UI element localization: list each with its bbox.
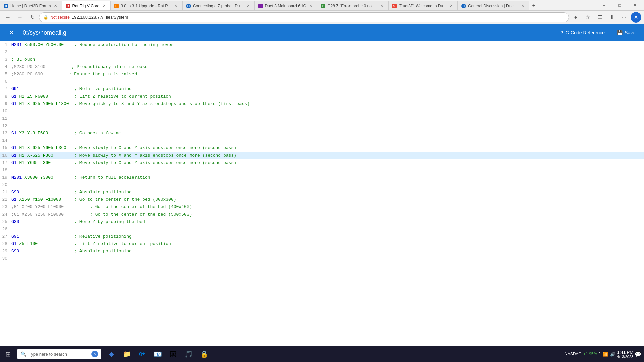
chevron-up-icon[interactable]: ˄ bbox=[598, 352, 601, 357]
line-number: 9 bbox=[0, 101, 10, 106]
start-button[interactable]: ⊞ bbox=[0, 346, 16, 362]
tab5-close[interactable]: ✕ bbox=[308, 3, 313, 9]
line-number: 13 bbox=[0, 131, 10, 136]
line-number: 10 bbox=[0, 109, 10, 114]
search-placeholder: Type here to search bbox=[29, 352, 67, 357]
tab-gmail-duet[interactable]: M [Duet3D] Welcome to Du... ✕ bbox=[388, 1, 458, 10]
code-line: 16G1 H1 X-625 F360 ; Move slowly to X an… bbox=[0, 152, 644, 159]
line-number: 12 bbox=[0, 123, 10, 128]
line-content bbox=[10, 168, 644, 173]
tab-g28-error[interactable]: G G28 Z "Error: probe 0 not ... ✕ bbox=[317, 1, 388, 10]
taskbar-media-button[interactable]: 🎵 bbox=[181, 347, 196, 361]
reload-button[interactable]: ↻ bbox=[27, 12, 38, 23]
volume-icon[interactable]: 🔊 bbox=[610, 352, 615, 357]
sidebar-toggle-button[interactable]: ✕ bbox=[5, 26, 17, 39]
line-number: 28 bbox=[0, 241, 10, 246]
line-content: G1 X150 Y150 F10000 ; Go to the center o… bbox=[10, 197, 644, 202]
gcode-reference-button[interactable]: ? G-Code Reference bbox=[557, 28, 608, 37]
code-line: 19M201 X3000 Y3000 ; Return to full acce… bbox=[0, 174, 644, 181]
downloads-button[interactable]: ⬇ bbox=[606, 12, 617, 23]
line-number: 25 bbox=[0, 219, 10, 224]
line-content: ;G1 X250 Y250 F10000 ; Go to the center … bbox=[10, 212, 644, 217]
taskbar-clock[interactable]: 1:41 PM 4/13/2023 bbox=[617, 350, 633, 359]
line-content: G91 ; Relative positioning bbox=[10, 86, 644, 92]
header-actions: ? G-Code Reference 💾 Save bbox=[557, 28, 639, 37]
forward-button[interactable]: → bbox=[15, 12, 25, 23]
line-number: 6 bbox=[0, 79, 10, 84]
minimize-button[interactable]: − bbox=[596, 0, 612, 11]
extensions-button[interactable]: ● bbox=[570, 12, 581, 23]
collections-button[interactable]: ☰ bbox=[594, 12, 605, 23]
line-content: G30 ; Home Z by probing the bed bbox=[10, 219, 644, 224]
browser-frame: D Home | Duet3D Forum ✕ R Rat Rig V Core… bbox=[0, 0, 644, 362]
line-content: M201 X500.00 Y500.00 ; Reduce accelerati… bbox=[10, 42, 644, 47]
code-editor[interactable]: 1M201 X500.00 Y500.00 ; Reduce accelerat… bbox=[0, 41, 644, 346]
code-line: 23;G1 X200 Y200 F10000 ; Go to the cente… bbox=[0, 203, 644, 210]
tab1-close[interactable]: ✕ bbox=[53, 3, 58, 9]
windows-icon: ⊞ bbox=[5, 350, 11, 358]
maximize-button[interactable]: □ bbox=[612, 0, 627, 11]
profile-button[interactable]: A bbox=[631, 12, 641, 23]
nav-right-buttons: ● ☆ ☰ ⬇ ⋯ A bbox=[570, 12, 641, 23]
tab6-close[interactable]: ✕ bbox=[379, 3, 385, 9]
line-content bbox=[10, 50, 644, 55]
title-bar: D Home | Duet3D Forum ✕ R Rat Rig V Core… bbox=[0, 0, 644, 11]
tab-home-duet[interactable]: D Home | Duet3D Forum ✕ bbox=[0, 1, 62, 10]
close-button[interactable]: ✕ bbox=[627, 0, 643, 11]
cortana-icon: b bbox=[91, 351, 98, 357]
new-tab-button[interactable]: + bbox=[529, 1, 538, 10]
taskbar-mail-button[interactable]: 📧 bbox=[150, 347, 165, 361]
line-content bbox=[10, 138, 644, 143]
code-line: 17G1 H1 Y605 F360 ; Move slowly to X and… bbox=[0, 159, 644, 166]
code-line: 24;G1 X250 Y250 F10000 ; Go to the cente… bbox=[0, 210, 644, 218]
tab-connecting-probe[interactable]: D Connecting a Z probe | Du... ✕ bbox=[182, 1, 255, 10]
line-content: ;G1 X200 Y200 F10000 ; Go to the center … bbox=[10, 204, 644, 209]
line-number: 2 bbox=[0, 50, 10, 55]
taskbar-store-button[interactable]: 🛍 bbox=[135, 347, 150, 361]
taskbar-photos-button[interactable]: 🖼 bbox=[166, 347, 180, 361]
tab5-label: Duet 3 Mainboard 6HC bbox=[265, 4, 306, 8]
notification-button[interactable]: 💬 bbox=[635, 351, 641, 357]
network-icon[interactable]: 📶 bbox=[603, 352, 608, 357]
taskbar-explorer-button[interactable]: 📁 bbox=[119, 347, 134, 361]
tab-general-discussion[interactable]: D General Discussion | Duet... ✕ bbox=[458, 1, 529, 10]
tab7-close[interactable]: ✕ bbox=[448, 3, 454, 9]
tab4-favicon: D bbox=[186, 4, 191, 8]
tab-duet-mainboard[interactable]: D Duet 3 Mainboard 6HC ✕ bbox=[255, 1, 317, 10]
window-controls: − □ ✕ bbox=[595, 0, 644, 10]
tab8-label: General Discussion | Duet... bbox=[468, 4, 518, 8]
tab2-close[interactable]: ✕ bbox=[101, 3, 107, 9]
line-number: 3 bbox=[0, 57, 10, 62]
line-number: 11 bbox=[0, 116, 10, 121]
line-number: 30 bbox=[0, 256, 10, 261]
line-content: ;M280 P0 S90 ; Ensure the pin is raised bbox=[10, 72, 644, 77]
tab1-favicon: D bbox=[4, 4, 8, 8]
taskbar-search-box[interactable]: 🔍 Type here to search b bbox=[17, 349, 101, 359]
tab-rat-rig[interactable]: R Rat Rig V Core ✕ bbox=[62, 1, 111, 10]
line-number: 7 bbox=[0, 86, 10, 92]
line-content bbox=[10, 227, 644, 232]
back-button[interactable]: ← bbox=[3, 12, 13, 23]
line-number: 23 bbox=[0, 204, 10, 209]
tab2-label: Rat Rig V Core bbox=[72, 4, 100, 8]
tab4-label: Connecting a Z probe | Du... bbox=[193, 4, 244, 8]
tab8-close[interactable]: ✕ bbox=[520, 3, 525, 9]
line-number: 24 bbox=[0, 212, 10, 217]
tab7-label: [Duet3D] Welcome to Du... bbox=[399, 4, 447, 8]
address-bar[interactable]: 🔒 Not secure 192.168.128.77/Files/System bbox=[39, 12, 569, 22]
code-line: 6 bbox=[0, 78, 644, 85]
taskbar-edge-button[interactable]: ◆ bbox=[104, 347, 119, 361]
taskbar-security-button[interactable]: 🔒 bbox=[197, 347, 211, 361]
tab4-close[interactable]: ✕ bbox=[246, 3, 251, 9]
line-content: G1 H2 Z5 F6000 ; Lift Z relative to curr… bbox=[10, 94, 644, 99]
line-content bbox=[10, 109, 644, 114]
tab3-close[interactable]: ✕ bbox=[173, 3, 179, 9]
more-button[interactable]: ⋯ bbox=[619, 12, 629, 23]
line-number: 29 bbox=[0, 249, 10, 254]
nasdaq-label: NASDAQ bbox=[565, 352, 582, 356]
code-line: 8G1 H2 Z5 F6000 ; Lift Z relative to cur… bbox=[0, 93, 644, 100]
nav-bar: ← → ↻ 🔒 Not secure 192.168.128.77/Files/… bbox=[0, 11, 644, 24]
favorites-button[interactable]: ☆ bbox=[582, 12, 593, 23]
save-button[interactable]: 💾 Save bbox=[613, 28, 639, 37]
tab-upgrade[interactable]: R 3.0 to 3.1 Upgrade - Rat R... ✕ bbox=[110, 1, 182, 10]
